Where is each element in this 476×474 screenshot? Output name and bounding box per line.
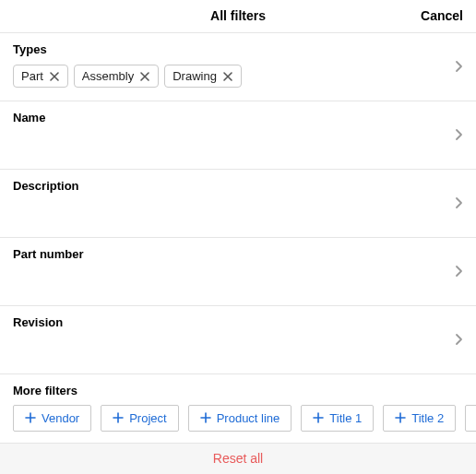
filter-label-part-number: Part number (13, 247, 463, 261)
add-filter-label: Vendor (42, 411, 79, 425)
add-filter-label: Project (129, 411, 166, 425)
filter-section-description[interactable]: Description (0, 170, 476, 238)
remove-chip-icon[interactable] (222, 71, 233, 82)
type-chip-part: Part (13, 65, 68, 88)
type-chip-assembly: Assembly (74, 65, 159, 88)
header: All filters Cancel (0, 0, 476, 32)
reset-all-label: Reset all (213, 451, 263, 466)
filter-body-revision (13, 337, 463, 362)
filter-section-revision[interactable]: Revision (0, 306, 476, 374)
add-filter-label: Title 1 (329, 411, 362, 425)
types-chip-row: Part Assembly Drawing (13, 64, 463, 89)
filter-label-types: Types (13, 42, 463, 56)
add-filter-label: Product line (217, 411, 280, 425)
plus-icon (200, 412, 211, 423)
add-filter-title-2[interactable]: Title 2 (383, 405, 456, 432)
more-filters-row: Vendor Project Product line Title 1 Titl… (13, 405, 476, 432)
plus-icon (395, 412, 406, 423)
add-filter-project[interactable]: Project (101, 405, 178, 432)
plus-icon (113, 412, 124, 423)
chip-label: Assembly (82, 69, 134, 83)
type-chip-drawing: Drawing (164, 65, 242, 88)
reset-all-button[interactable]: Reset all (0, 444, 476, 474)
filter-section-types[interactable]: Types Part Assembly Drawing (0, 33, 476, 101)
page-title: All filters (210, 8, 266, 23)
chip-label: Drawing (173, 69, 217, 83)
chip-label: Part (21, 69, 43, 83)
add-filter-title-3[interactable]: Title 3 (465, 405, 476, 432)
filter-label-revision: Revision (13, 315, 463, 329)
filter-section-name[interactable]: Name (0, 101, 476, 170)
more-filters-section: More filters Vendor Project Product line… (0, 374, 476, 444)
remove-chip-icon[interactable] (49, 71, 60, 82)
remove-chip-icon[interactable] (139, 71, 150, 82)
add-filter-title-1[interactable]: Title 1 (301, 405, 374, 432)
plus-icon (25, 412, 36, 423)
add-filter-vendor[interactable]: Vendor (13, 405, 91, 432)
add-filter-product-line[interactable]: Product line (188, 405, 292, 432)
filter-body-part-number (13, 268, 463, 294)
add-filter-label: Title 2 (411, 411, 444, 425)
filter-body-name (13, 132, 463, 158)
more-filters-label: More filters (13, 384, 476, 397)
filter-body-description (13, 200, 463, 226)
filter-section-part-number[interactable]: Part number (0, 238, 476, 306)
filter-label-description: Description (13, 179, 463, 193)
plus-icon (313, 412, 324, 423)
filter-label-name: Name (13, 111, 463, 124)
cancel-button[interactable]: Cancel (421, 8, 463, 23)
